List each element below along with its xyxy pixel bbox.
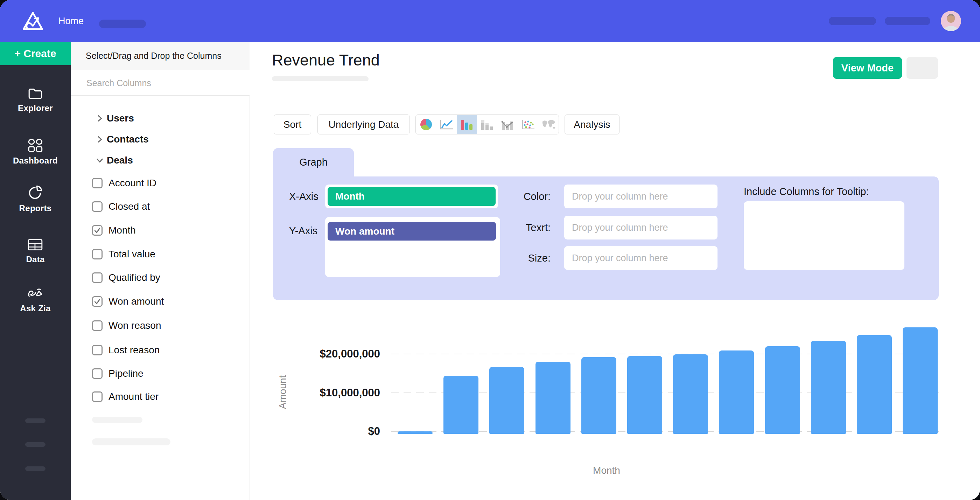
color-dropzone[interactable]: Drop your column here — [564, 185, 718, 209]
size-label: Size: — [504, 252, 550, 264]
bar[interactable] — [627, 356, 662, 434]
checkbox[interactable] — [92, 345, 103, 355]
checkbox[interactable] — [92, 225, 103, 236]
view-mode-label: View Mode — [842, 62, 894, 74]
chip-label: Month — [335, 191, 365, 202]
bar-chart-icon[interactable] — [457, 115, 477, 134]
sidebar-item-label: Explorer — [18, 103, 53, 113]
field-row-lost-reason[interactable]: Lost reason — [71, 342, 250, 358]
columns-panel-header: Select/Drag and Drop the Columns — [71, 42, 250, 70]
text-label: Texrt: — [504, 222, 550, 234]
color-label: Color: — [504, 191, 550, 202]
list-skeleton — [92, 417, 142, 423]
text-dropzone[interactable]: Drop your column here — [564, 216, 718, 239]
field-row-month[interactable]: Month — [71, 223, 250, 238]
bar[interactable] — [765, 346, 800, 434]
field-row-total-value[interactable]: Total value — [71, 247, 250, 262]
top-navbar: Home — [0, 0, 980, 42]
report-header: Revenue Trend View Mode — [250, 42, 980, 96]
bar[interactable] — [489, 367, 524, 434]
analytics-logo-icon[interactable] — [22, 11, 44, 32]
field-row-won-reason[interactable]: Won reason — [71, 318, 250, 333]
map-chart-icon[interactable] — [538, 115, 558, 134]
field-row-account-id[interactable]: Account ID — [71, 175, 250, 191]
field-label: Month — [108, 225, 136, 236]
x-axis-column-chip[interactable]: Month — [328, 187, 496, 206]
tree-group-label: Users — [107, 113, 134, 124]
scatter-chart-icon[interactable] — [518, 115, 538, 134]
field-row-amount-tier[interactable]: Amount tier — [71, 389, 250, 404]
sidebar-item-explorer[interactable]: Explorer — [0, 87, 71, 113]
tree-group-label: Contacts — [107, 134, 149, 145]
bar[interactable] — [811, 341, 846, 434]
y-axis-column-chip[interactable]: Won amount — [328, 222, 496, 240]
list-skeleton — [92, 438, 170, 445]
tab-graph-label: Graph — [299, 156, 328, 168]
tab-graph[interactable]: Graph — [273, 148, 354, 177]
drop-placeholder: Drop your column here — [572, 253, 668, 264]
grid-icon — [28, 139, 43, 153]
underlying-data-label: Underlying Data — [329, 119, 399, 130]
field-label: Account ID — [108, 178, 156, 189]
bar[interactable] — [536, 362, 571, 434]
columns-panel: Select/Drag and Drop the Columns Users C… — [71, 42, 250, 500]
bar[interactable] — [444, 376, 479, 434]
bar[interactable] — [673, 354, 708, 434]
header-action-placeholder[interactable] — [907, 57, 938, 79]
bar[interactable] — [398, 432, 433, 434]
checkbox[interactable] — [92, 178, 103, 188]
field-row-won-amount[interactable]: Won amount — [71, 294, 250, 309]
sidebar-item-ask-zia[interactable]: Ask Zia — [0, 287, 71, 314]
bar[interactable] — [857, 335, 892, 434]
sidebar-item-reports[interactable]: Reports — [0, 185, 71, 213]
field-label: Won amount — [108, 296, 164, 307]
sidebar-item-data[interactable]: Data — [0, 238, 71, 264]
checkbox[interactable] — [92, 201, 103, 212]
tree-group-label: Deals — [107, 155, 133, 166]
view-mode-button[interactable]: View Mode — [833, 57, 902, 79]
bar[interactable] — [903, 327, 938, 434]
combo-chart-icon[interactable] — [497, 115, 518, 134]
field-row-qualified-by[interactable]: Qualified by — [71, 270, 250, 285]
user-avatar[interactable] — [941, 11, 961, 31]
create-button[interactable]: + Create — [0, 42, 71, 65]
analysis-button[interactable]: Analysis — [565, 115, 619, 134]
underlying-data-button[interactable]: Underlying Data — [317, 115, 410, 134]
search-columns-input[interactable] — [86, 70, 234, 96]
field-row-closed-at[interactable]: Closed at — [71, 199, 250, 214]
sidebar-item-dashboard[interactable]: Dashboard — [0, 139, 71, 166]
y-axis-label: Y-Axis — [289, 225, 317, 237]
checkbox[interactable] — [92, 272, 103, 283]
checkbox[interactable] — [92, 249, 103, 260]
left-sidebar: + Create Explorer Dashboard Reports — [0, 42, 71, 500]
tree-group-contacts[interactable]: Contacts — [71, 132, 250, 147]
checkbox[interactable] — [92, 320, 103, 331]
size-dropzone[interactable]: Drop your column here — [564, 246, 718, 270]
graph-config-panel: X-Axis Month Y-Axis Won amount Color: Dr… — [273, 177, 939, 300]
nav-placeholder — [99, 20, 146, 28]
line-chart-icon[interactable] — [436, 115, 457, 134]
checkbox[interactable] — [92, 296, 103, 307]
sidebar-skeleton — [25, 467, 46, 471]
nav-home[interactable]: Home — [59, 0, 84, 42]
pie-chart-icon[interactable] — [416, 115, 436, 134]
create-label: + Create — [14, 48, 56, 59]
field-row-pipeline[interactable]: Pipeline — [71, 366, 250, 381]
tree-group-deals[interactable]: Deals — [71, 153, 250, 168]
app-window: Home + Create Explorer — [0, 0, 980, 500]
sort-button[interactable]: Sort — [274, 115, 311, 134]
tooltip-columns-dropwell[interactable] — [744, 201, 904, 270]
checkbox[interactable] — [92, 368, 103, 379]
x-axis-label: X-Axis — [289, 191, 318, 202]
checkbox[interactable] — [92, 392, 103, 402]
column-chart-gray-icon[interactable] — [477, 115, 497, 134]
bar[interactable] — [719, 350, 754, 434]
bar[interactable] — [581, 357, 616, 434]
sidebar-item-label: Dashboard — [13, 156, 58, 166]
x-axis-title: Month — [593, 465, 620, 476]
sort-label: Sort — [283, 119, 301, 130]
chevron-down-icon — [96, 156, 104, 164]
field-label: Amount tier — [108, 391, 159, 402]
field-label: Closed at — [108, 201, 150, 212]
tree-group-users[interactable]: Users — [71, 111, 250, 126]
